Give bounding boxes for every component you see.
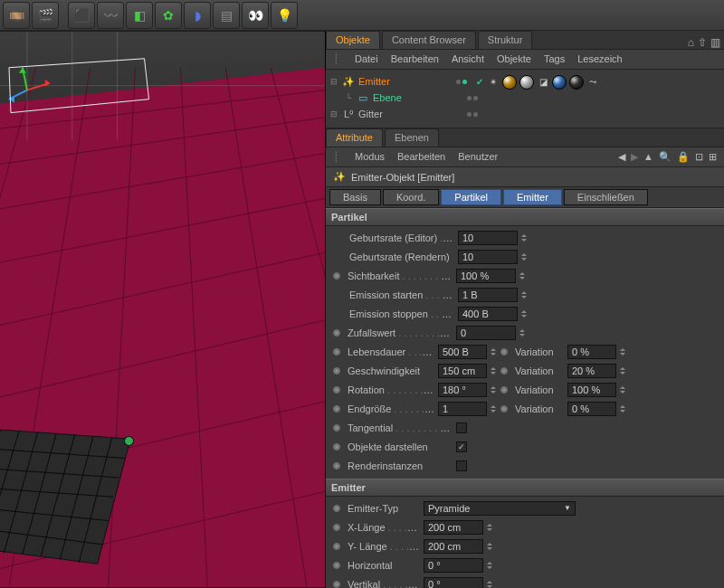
anim-dot[interactable] [333, 581, 340, 588]
tool-spline-icon[interactable]: 〰️ [97, 2, 124, 29]
tab-content-browser[interactable]: Content Browser [382, 31, 476, 49]
spinner[interactable] [490, 345, 497, 359]
menu-datei[interactable]: Datei [355, 53, 378, 65]
input-geburtsrate-rendern[interactable] [458, 250, 518, 264]
spinner[interactable] [619, 364, 626, 378]
anim-dot[interactable] [333, 543, 340, 550]
arrow-tag-icon[interactable]: ⤳ [586, 75, 599, 88]
anim-dot[interactable] [333, 329, 340, 337]
input-y-laenge[interactable] [424, 539, 483, 554]
menu-modus[interactable]: Modus [355, 151, 385, 163]
spinner[interactable] [486, 558, 493, 573]
material-tag-grey-icon[interactable] [519, 75, 534, 90]
viewport-3d[interactable] [0, 31, 326, 588]
tool-deformer-icon[interactable]: ◗ [184, 2, 211, 29]
checkbox-renderinstanzen[interactable] [456, 460, 467, 471]
checkbox-tangential[interactable] [456, 422, 467, 433]
input-x-laenge[interactable] [424, 520, 483, 535]
tool-cube-icon[interactable]: ⬛ [68, 2, 95, 29]
input-geschwindigkeit[interactable] [438, 364, 487, 378]
spinner[interactable] [490, 364, 497, 378]
tool-nurbs-icon[interactable]: ◧ [126, 2, 153, 29]
tool-camera-icon[interactable]: 👀 [242, 2, 269, 29]
spinner[interactable] [490, 402, 497, 416]
input-horizontal[interactable] [424, 558, 483, 573]
spinner[interactable] [619, 383, 626, 397]
up-icon[interactable]: ⇧ [698, 36, 707, 49]
anim-dot[interactable] [333, 348, 340, 356]
menu-tags[interactable]: Tags [544, 53, 565, 65]
menu-benutzer[interactable]: Benutzer [458, 151, 498, 163]
atab-emitter[interactable]: Emitter [503, 189, 562, 205]
menu-ansicht[interactable]: Ansicht [452, 53, 484, 65]
input-emission-stoppen[interactable] [458, 307, 518, 321]
visibility-check-icon[interactable]: ✔ [476, 77, 483, 87]
spinner[interactable] [619, 345, 626, 359]
grip-icon[interactable]: ┊ [333, 53, 342, 65]
tool-light-icon[interactable]: 💡 [271, 2, 298, 29]
input-lebensdauer[interactable] [438, 345, 487, 359]
tool-clapper-icon[interactable]: 🎬 [32, 2, 59, 29]
tab-ebenen[interactable]: Ebenen [385, 128, 439, 147]
anim-dot[interactable] [333, 386, 340, 394]
input-sichtbarkeit[interactable] [456, 269, 516, 283]
tree-item-emitter[interactable]: ⊟ ✨ Emitter ✔ [329, 73, 483, 90]
anim-dot[interactable] [333, 443, 340, 450]
atab-partikel[interactable]: Partikel [441, 189, 501, 205]
atab-basis[interactable]: Basis [329, 189, 381, 205]
menu-bearbeiten2[interactable]: Bearbeiten [397, 151, 445, 163]
anim-dot[interactable] [500, 405, 508, 413]
spinner[interactable] [486, 539, 493, 554]
input-emission-starten[interactable] [458, 288, 518, 302]
select-emitter-typ[interactable]: Pyramide▼ [424, 501, 576, 516]
tex-tag-icon[interactable]: ◪ [537, 75, 549, 88]
add-icon[interactable]: ⊞ [709, 151, 717, 163]
input-rotation-var[interactable] [567, 383, 616, 397]
tab-struktur[interactable]: Struktur [478, 31, 533, 49]
expand-icon[interactable]: ⊟ [329, 77, 338, 86]
spinner[interactable] [520, 307, 528, 321]
spinner[interactable] [520, 231, 528, 245]
menu-lesezeichen[interactable]: Lesezeich [577, 53, 623, 65]
spinner[interactable] [619, 402, 626, 416]
input-zufallswert[interactable] [456, 326, 516, 340]
expand-icon[interactable]: ⊟ [329, 109, 338, 119]
tool-array-icon[interactable]: ✿ [155, 2, 182, 29]
nav-back-icon[interactable]: ◀ [618, 151, 625, 163]
lock-icon[interactable]: 🔒 [677, 151, 690, 163]
tab-attribute[interactable]: Attribute [326, 128, 383, 147]
anim-dot[interactable] [333, 462, 340, 469]
input-vertikal[interactable] [424, 577, 483, 589]
atab-einschliessen[interactable]: Einschließen [564, 189, 648, 205]
anim-dot[interactable] [333, 405, 340, 413]
spinner[interactable] [490, 383, 497, 397]
menu-objekte[interactable]: Objekte [497, 53, 531, 65]
spinner[interactable] [520, 250, 528, 264]
anim-dot[interactable] [333, 524, 340, 531]
tree-item-ebene[interactable]: └ ▭ Ebene [329, 90, 483, 106]
tab-objekte[interactable]: Objekte [326, 31, 380, 49]
tool-film-icon[interactable]: 🎞️ [3, 2, 30, 29]
menu-icon[interactable]: ▥ [710, 36, 720, 49]
material-tag-dark-icon[interactable] [569, 75, 584, 90]
anim-dot[interactable] [500, 386, 508, 394]
menu-bearbeiten[interactable]: Bearbeiten [391, 53, 439, 65]
nav-up-icon[interactable]: ▲ [643, 151, 653, 163]
anim-dot[interactable] [500, 348, 508, 356]
checkbox-objekte-darstellen[interactable]: ✓ [456, 441, 467, 452]
input-endgroesse-var[interactable] [567, 402, 616, 416]
anim-dot[interactable] [333, 562, 340, 569]
phong-tag-icon[interactable]: ✴ [487, 75, 500, 88]
input-geschwindigkeit-var[interactable] [567, 364, 616, 378]
input-endgroesse[interactable] [438, 402, 487, 416]
tree-item-gitter[interactable]: ⊟ L⁰ Gitter [329, 106, 483, 122]
spinner[interactable] [519, 269, 526, 283]
grip-icon[interactable]: ┊ [333, 151, 342, 163]
search-icon[interactable]: 🔍 [659, 151, 672, 163]
material-tag-blue-icon[interactable] [552, 75, 567, 90]
anim-dot[interactable] [333, 367, 340, 375]
anim-dot[interactable] [333, 505, 340, 512]
spinner[interactable] [519, 326, 526, 340]
input-rotation[interactable] [438, 383, 487, 397]
home-icon[interactable]: ⌂ [688, 36, 694, 49]
